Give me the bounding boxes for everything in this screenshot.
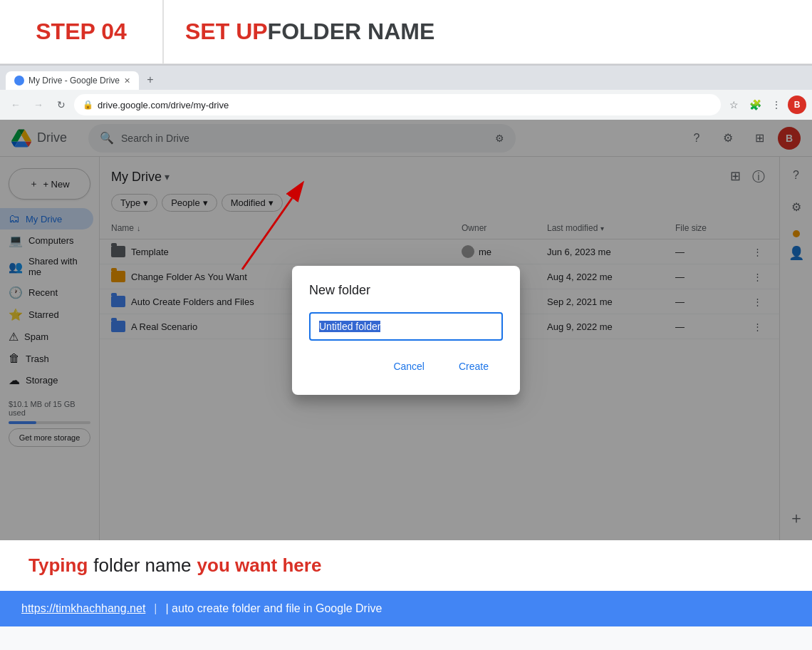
- footer-rest-text: | auto create folder and file in Google …: [165, 602, 382, 615]
- tab-close-icon[interactable]: ✕: [124, 76, 130, 86]
- cancel-button[interactable]: Cancel: [379, 355, 439, 378]
- step-number: STEP 04: [36, 19, 126, 45]
- refresh-button[interactable]: ↻: [51, 95, 71, 115]
- footer-link[interactable]: https://timkhachhang.net: [21, 602, 145, 615]
- typing-label-blue: you want here: [197, 554, 322, 577]
- modal-actions: Cancel Create: [309, 355, 503, 378]
- extension-icon[interactable]: 🧩: [745, 95, 765, 115]
- browser-nav: ← → ↻ 🔒 drive.google.com/drive/my-drive …: [0, 90, 812, 120]
- new-tab-button[interactable]: +: [140, 70, 160, 90]
- active-tab[interactable]: My Drive - Google Drive ✕: [6, 71, 139, 90]
- folder-name-input[interactable]: [309, 312, 503, 341]
- step-label: STEP 04: [0, 0, 164, 63]
- bookmark-icon[interactable]: ☆: [724, 95, 744, 115]
- drive-app: Drive 🔍 Search in Drive ⚙ ? ⚙ ⊞ B ＋ + Ne…: [0, 120, 812, 540]
- nav-right-icons: ☆ 🧩 ⋮ B: [724, 95, 806, 115]
- typing-label-rest: folder name: [93, 554, 191, 577]
- tab-favicon: [14, 76, 24, 86]
- footer-bar: https://timkhachhang.net | | auto create…: [0, 591, 812, 626]
- back-button[interactable]: ←: [6, 95, 26, 115]
- browser-chrome: My Drive - Google Drive ✕ + ← → ↻ 🔒 driv…: [0, 64, 812, 120]
- modal-title: New folder: [309, 283, 503, 298]
- url-text: drive.google.com/drive/my-drive: [98, 100, 229, 110]
- modal-overlay: New folder Cancel Create: [0, 120, 812, 540]
- typing-label-red: Typing: [28, 554, 88, 577]
- profile-avatar[interactable]: B: [788, 96, 806, 114]
- lock-icon: 🔒: [83, 100, 93, 110]
- forward-button[interactable]: →: [28, 95, 48, 115]
- new-folder-dialog: New folder Cancel Create: [292, 266, 520, 395]
- bottom-instruction: Typing folder name you want here: [0, 540, 812, 591]
- action-red: SET UP: [185, 19, 268, 45]
- address-bar[interactable]: 🔒 drive.google.com/drive/my-drive: [74, 94, 721, 115]
- action-rest: FOLDER NAME: [268, 19, 435, 45]
- browser-tabs: My Drive - Google Drive ✕ +: [0, 66, 812, 90]
- menu-icon[interactable]: ⋮: [766, 95, 786, 115]
- instruction-text: SET UP FOLDER NAME: [164, 19, 812, 45]
- instruction-header: STEP 04 SET UP FOLDER NAME: [0, 0, 812, 64]
- create-button[interactable]: Create: [444, 355, 503, 378]
- tab-title: My Drive - Google Drive: [28, 76, 120, 86]
